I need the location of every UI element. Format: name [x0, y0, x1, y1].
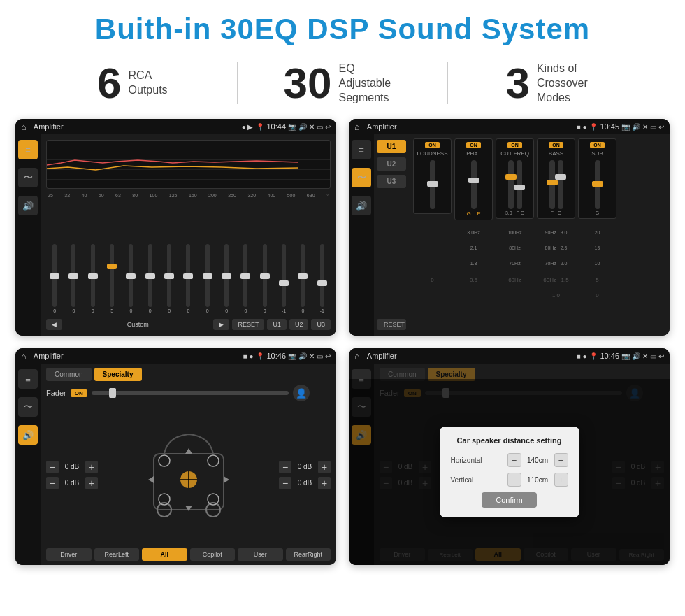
status-title-3: Amplifier	[34, 352, 240, 360]
stat-label-eq: EQ AdjustableSegments	[338, 62, 401, 105]
status-icons-3: 📍 10:46 📷 🔊 ✕ ▭ ↩	[256, 352, 331, 360]
screen-fader: ⌂ Amplifier ■ ● 📍 10:46 📷 🔊 ✕ ▭ ↩ ≡ 〜 🔊	[15, 348, 336, 565]
home-icon-1[interactable]: ⌂	[21, 122, 27, 132]
back-icon-3[interactable]: ↩	[325, 352, 331, 360]
vol-plus-1[interactable]: +	[85, 461, 98, 473]
rect-icon-2: ▭	[650, 123, 656, 131]
vertical-plus-btn[interactable]: +	[554, 473, 568, 487]
all-btn[interactable]: All	[142, 548, 187, 561]
speaker-icon[interactable]: 🔊	[18, 196, 38, 215]
eq-main: 25 32 40 50 63 80 100 125 160 200 250 32…	[41, 134, 336, 336]
u2-button[interactable]: U2	[377, 157, 406, 171]
location-icon-2: 📍	[589, 123, 598, 131]
common-tab[interactable]: Common	[46, 368, 92, 381]
rect-icon-4: ▭	[650, 352, 656, 360]
vol-plus-3[interactable]: +	[318, 461, 331, 473]
horizontal-minus-btn[interactable]: −	[507, 453, 521, 467]
vol-minus-3[interactable]: −	[279, 461, 291, 473]
horizontal-label: Horizontal	[451, 457, 503, 464]
eq-prev-btn[interactable]: ◀	[46, 319, 62, 330]
wave-icon[interactable]: 〜	[18, 168, 38, 187]
fader-screen: ≡ 〜 🔊 Common Specialty Fader ON 👤	[15, 364, 336, 565]
wave-icon-3[interactable]: 〜	[18, 397, 38, 417]
reset-button-2[interactable]: RESET	[377, 319, 406, 330]
fader-text-label: Fader	[46, 389, 66, 397]
eq-sliders: 0 0 0 5 0 0 0 0 0 0 0 0 -1 0 -1	[46, 201, 331, 316]
eq-curve-svg	[47, 141, 330, 188]
eq-u1-btn[interactable]: U1	[267, 319, 287, 330]
eq-nav-bar: ◀ Custom ▶ RESET U1 U2 U3	[46, 319, 331, 330]
eq-next-btn[interactable]: ▶	[213, 319, 229, 330]
u1-button[interactable]: U1	[377, 140, 406, 153]
back-icon-4[interactable]: ↩	[658, 352, 664, 360]
eq-icon-3[interactable]: ≡	[18, 369, 38, 389]
camera-icon-1: 📷	[288, 123, 296, 131]
vol-value-2: 0 dB	[62, 479, 82, 487]
driver-btn[interactable]: Driver	[46, 548, 92, 561]
rect-icon-3: ▭	[317, 352, 323, 360]
back-icon-2[interactable]: ↩	[658, 123, 664, 131]
vol-plus-4[interactable]: +	[318, 477, 331, 489]
eq-reset-btn[interactable]: RESET	[232, 319, 264, 330]
page-title: Buith-in 30EQ DSP Sound System	[0, 0, 685, 55]
camera-icon-2: 📷	[621, 123, 630, 131]
fader-body: − 0 dB + − 0 dB +	[46, 405, 331, 545]
sub-control: ON SUB G	[578, 138, 616, 219]
horizontal-plus-btn[interactable]: +	[554, 453, 568, 467]
stat-label-rca: RCAOutputs	[129, 69, 168, 98]
stat-number-eq: 30	[284, 62, 332, 105]
eq-icon-2[interactable]: ≡	[352, 140, 371, 159]
u3-button[interactable]: U3	[377, 175, 406, 188]
svg-marker-12	[185, 448, 192, 454]
home-icon-3[interactable]: ⌂	[21, 351, 27, 361]
location-icon-1: 📍	[256, 123, 264, 131]
phat-control: ON PHAT G F	[454, 138, 493, 220]
screen-eq: ⌂ Amplifier ● ▶ 📍 10:44 📷 🔊 ✕ ▭ ↩ ≡ 〜 🔊	[15, 119, 336, 336]
rear-right-btn[interactable]: RearRight	[286, 548, 331, 561]
confirm-button[interactable]: Confirm	[482, 492, 537, 508]
eq-u3-btn[interactable]: U3	[311, 319, 331, 330]
copilot-btn[interactable]: Copilot	[190, 548, 236, 561]
dialog-overlay: Car speaker distance setting Horizontal …	[349, 379, 670, 565]
stat-eq: 30 EQ AdjustableSegments	[238, 62, 447, 105]
equalizer-icon[interactable]: ≡	[18, 140, 38, 159]
vertical-minus-btn[interactable]: −	[507, 473, 521, 487]
sidebar-3: ≡ 〜 🔊	[15, 364, 41, 565]
vol-row-3: − 0 dB +	[279, 461, 331, 473]
vol-minus-4[interactable]: −	[279, 477, 291, 489]
stat-label-crossover: Kinds ofCrossover Modes	[537, 62, 600, 105]
status-icons-4: 📍 10:46 📷 🔊 ✕ ▭ ↩	[589, 352, 664, 360]
rear-left-btn[interactable]: RearLeft	[94, 548, 140, 561]
status-dot-3: ■ ●	[243, 352, 254, 360]
u-buttons-col: U1 U2 U3 RESET	[374, 134, 409, 336]
user-btn[interactable]: User	[238, 548, 283, 561]
dialog-title: Car speaker distance setting	[451, 436, 568, 445]
status-bar-1: ⌂ Amplifier ● ▶ 📍 10:44 📷 🔊 ✕ ▭ ↩	[15, 119, 336, 134]
speaker-icon-2[interactable]: 🔊	[352, 196, 371, 215]
vol-minus-1[interactable]: −	[46, 461, 59, 473]
sound-icon-3: 🔊	[298, 352, 307, 360]
wave-icon-2[interactable]: 〜	[352, 168, 371, 187]
vol-value-4: 0 dB	[294, 479, 315, 487]
status-icons-2: 📍 10:45 📷 🔊 ✕ ▭ ↩	[589, 122, 664, 131]
vol-minus-2[interactable]: −	[46, 477, 59, 489]
back-icon-1[interactable]: ↩	[325, 123, 331, 131]
eq-u2-btn[interactable]: U2	[289, 319, 309, 330]
status-dot-1: ● ▶	[242, 123, 254, 131]
home-icon-4[interactable]: ⌂	[354, 351, 360, 361]
speaker-icon-3[interactable]: 🔊	[18, 425, 38, 445]
stat-rca: 6 RCAOutputs	[28, 62, 237, 105]
vol-plus-2[interactable]: +	[85, 477, 98, 489]
fader-slider-h[interactable]	[92, 391, 289, 395]
status-title-2: Amplifier	[367, 122, 574, 131]
vol-row-4: − 0 dB +	[279, 477, 331, 489]
home-icon-2[interactable]: ⌂	[354, 122, 360, 132]
x-icon-2: ✕	[642, 123, 648, 131]
eq-screen: ≡ 〜 🔊	[15, 134, 336, 336]
eq-freq-labels: 25 32 40 50 63 80 100 125 160 200 250 32…	[46, 193, 331, 198]
svg-point-5	[159, 455, 170, 466]
bass-control: ON BASS F G	[537, 138, 575, 219]
specialty-tab[interactable]: Specialty	[94, 368, 142, 381]
fader-screen-bg: ≡ 〜 🔊 Common Specialty Fader ON 👤	[349, 364, 670, 565]
sound-icon-2: 🔊	[632, 123, 640, 131]
